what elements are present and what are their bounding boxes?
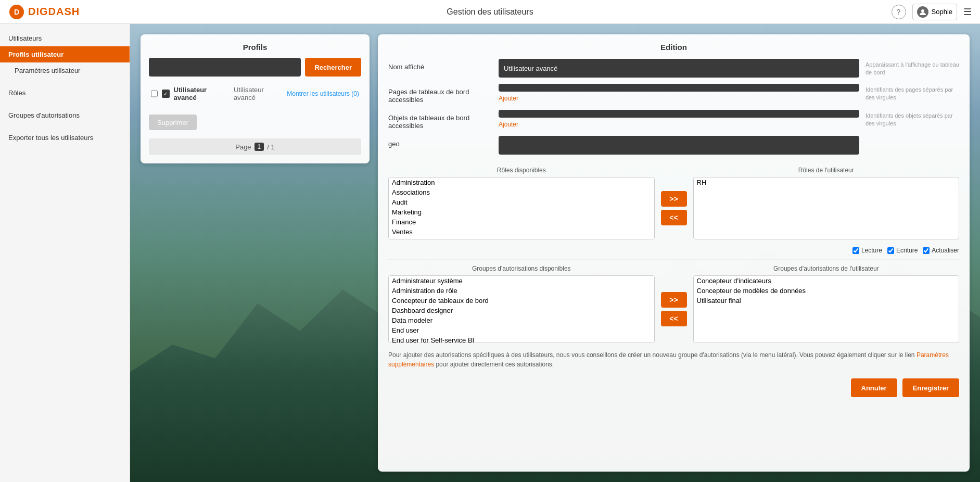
pages-input[interactable] — [499, 84, 859, 92]
logo-text: DIGDASH — [28, 6, 80, 18]
list-item[interactable]: Audit — [389, 197, 654, 207]
list-item[interactable]: Ventes — [389, 227, 654, 237]
sidebar-item-parametres-utilisateur[interactable]: Paramètres utilisateur — [0, 62, 130, 79]
list-item[interactable]: Marketing — [389, 207, 654, 217]
action-buttons: Annuler Enregistrer — [388, 376, 959, 397]
list-item[interactable]: Administration — [389, 177, 654, 187]
pages-add-link[interactable]: Ajouter — [499, 94, 859, 102]
sidebar-item-groupes-autorisations[interactable]: Groupes d'autorisations — [0, 107, 130, 123]
ecriture-label: Ecriture — [887, 247, 918, 254]
digdash-logo-icon: D — [8, 4, 25, 20]
content-area: Profils Rechercher ✓ Utilisateur avancé … — [130, 24, 980, 482]
sidebar-divider-3 — [0, 123, 130, 130]
search-button[interactable]: Rechercher — [305, 58, 361, 77]
divider-2 — [388, 259, 959, 260]
page-label: Page — [235, 143, 251, 151]
groupes-section: Groupes d'autorisations disponibles Admi… — [388, 265, 959, 343]
delete-button[interactable]: Supprimer — [149, 115, 197, 130]
remove-role-button[interactable]: << — [661, 210, 687, 225]
actualiser-checkbox[interactable] — [923, 247, 930, 254]
list-item[interactable]: Data modeler — [389, 315, 654, 325]
groupes-disponibles-list[interactable]: Administrateur système Administration de… — [388, 275, 655, 343]
panels-overlay: Profils Rechercher ✓ Utilisateur avancé … — [130, 24, 980, 482]
search-row: Rechercher — [149, 58, 361, 77]
save-button[interactable]: Enregistrer — [902, 378, 959, 397]
list-item[interactable]: Concepteur de tableaux de bord — [389, 296, 654, 306]
lecture-label: Lecture — [852, 247, 882, 254]
list-item[interactable]: Concepteur de modèles de données — [694, 286, 959, 296]
nom-affiche-input[interactable] — [499, 59, 859, 78]
pagination-bar: Page 1 / 1 — [149, 138, 361, 155]
list-item[interactable]: Administration de rôle — [389, 286, 654, 296]
sidebar-item-roles[interactable]: Rôles — [0, 85, 130, 101]
sidebar-item-utilisateurs[interactable]: Utilisateurs — [0, 30, 130, 46]
list-item[interactable]: Associations — [389, 187, 654, 197]
nom-affiche-label: Nom affiché — [388, 59, 492, 71]
profile-name: Utilisateur avancé — [174, 86, 226, 102]
add-group-button[interactable]: >> — [661, 292, 687, 308]
cancel-button[interactable]: Annuler — [851, 378, 897, 397]
nom-affiche-hint: Apparaissant à l'affichage du tableau de… — [866, 59, 959, 77]
add-role-button[interactable]: >> — [661, 191, 687, 207]
ecriture-checkbox[interactable] — [887, 247, 894, 254]
show-users-link[interactable]: Montrer les utilisateurs (0) — [287, 90, 359, 97]
roles-arrows: >> << — [661, 167, 687, 239]
profils-panel: Profils Rechercher ✓ Utilisateur avancé … — [141, 34, 370, 163]
profils-title: Profils — [149, 43, 361, 52]
profile-row: ✓ Utilisateur avancé Utilisateur avancé … — [149, 82, 361, 106]
roles-disponibles-label: Rôles disponibles — [388, 167, 655, 174]
page-current: 1 — [254, 143, 264, 151]
help-button[interactable]: ? — [892, 5, 906, 19]
edition-title: Edition — [388, 43, 959, 52]
geo-input[interactable] — [499, 136, 859, 155]
roles-section: Rôles disponibles Administration Associa… — [388, 167, 959, 239]
groupes-disponibles-box: Groupes d'autorisations disponibles Admi… — [388, 265, 655, 343]
sidebar: Utilisateurs Profils utilisateur Paramèt… — [0, 24, 130, 482]
lecture-checkbox[interactable] — [852, 247, 859, 254]
list-item[interactable]: End user — [389, 325, 654, 335]
groupes-utilisateur-list[interactable]: Concepteur d'indicateurs Concepteur de m… — [693, 275, 960, 343]
header: D DIGDASH Gestion des utilisateurs ? Sop… — [0, 0, 980, 24]
roles-disponibles-list[interactable]: Administration Associations Audit Market… — [388, 177, 655, 239]
roles-disponibles-box: Rôles disponibles Administration Associa… — [388, 167, 655, 239]
list-item[interactable]: Retail — [389, 237, 654, 239]
hamburger-icon[interactable]: ☰ — [963, 6, 972, 18]
user-avatar-icon — [917, 6, 928, 18]
list-item[interactable]: End user for Self-service BI — [389, 335, 654, 343]
objets-input[interactable] — [499, 110, 859, 118]
pages-label: Pages de tableaux de bord accessibles — [388, 84, 492, 104]
objets-add-link[interactable]: Ajouter — [499, 120, 859, 128]
list-item[interactable]: Dashboard designer — [389, 306, 654, 315]
groupes-utilisateur-box: Groupes d'autorisations de l'utilisateur… — [693, 265, 960, 343]
profile-check-icon: ✓ — [162, 90, 170, 98]
list-item[interactable]: Utilisateur final — [694, 296, 959, 306]
svg-point-2 — [921, 9, 924, 12]
list-item[interactable]: Finance — [389, 217, 654, 227]
svg-text:D: D — [14, 8, 19, 16]
geo-label: geo — [388, 136, 492, 148]
groupes-disponibles-label: Groupes d'autorisations disponibles — [388, 265, 655, 272]
pages-row: Pages de tableaux de bord accessibles Aj… — [388, 84, 959, 104]
logo: D DIGDASH — [8, 4, 80, 20]
roles-utilisateur-label: Rôles de l'utilisateur — [693, 167, 960, 174]
objets-hint: Identifiants des objets séparés par des … — [866, 110, 959, 128]
list-item[interactable]: RH — [694, 177, 959, 187]
user-name: Sophie — [932, 8, 952, 16]
list-item[interactable]: Administrateur système — [389, 276, 654, 286]
roles-utilisateur-box: Rôles de l'utilisateur RH — [693, 167, 960, 239]
sidebar-divider-1 — [0, 79, 130, 85]
user-menu-button[interactable]: Sophie — [912, 4, 957, 20]
roles-utilisateur-list[interactable]: RH — [693, 177, 960, 239]
edition-panel: Edition Nom affiché Apparaissant à l'aff… — [378, 34, 970, 472]
geo-row: geo — [388, 136, 959, 155]
remove-group-button[interactable]: << — [661, 311, 687, 326]
sidebar-item-profils-utilisateur[interactable]: Profils utilisateur — [0, 46, 130, 62]
main-layout: Utilisateurs Profils utilisateur Paramèt… — [0, 24, 980, 482]
sidebar-item-exporter-utilisateurs[interactable]: Exporter tous les utilisateurs — [0, 130, 130, 146]
header-right: ? Sophie ☰ — [892, 4, 972, 20]
profile-checkbox[interactable] — [151, 90, 158, 97]
pages-hint: Identifiants des pages séparés par des v… — [866, 84, 959, 102]
profile-desc: Utilisateur avancé — [234, 86, 283, 102]
list-item[interactable]: Concepteur d'indicateurs — [694, 276, 959, 286]
search-input[interactable] — [149, 58, 301, 77]
